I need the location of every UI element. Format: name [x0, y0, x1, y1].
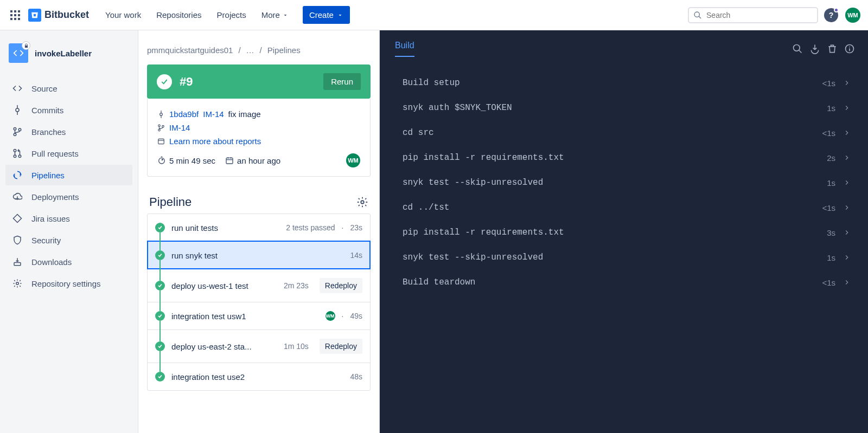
search-field[interactable] — [706, 11, 813, 20]
log-download-button[interactable] — [806, 40, 824, 57]
create-button[interactable]: Create — [303, 6, 350, 24]
repo-name: invokeLabeller — [35, 49, 92, 58]
pipeline-step[interactable]: run snyk test14s — [148, 241, 370, 269]
commit-hash-link[interactable]: 1bda9bf — [169, 109, 199, 119]
step-duration: 1m 10s — [284, 342, 309, 351]
breadcrumb-item[interactable]: pmmquickstartguides01 — [147, 46, 233, 55]
run-card: #9 Rerun — [147, 64, 371, 99]
timestamp-value: an hour ago — [237, 156, 280, 165]
sidebar-item-pipelines[interactable]: Pipelines — [5, 165, 132, 185]
avatar[interactable]: WM — [346, 153, 360, 167]
commit-issue-link[interactable]: IM-14 — [203, 109, 224, 119]
chevron-right-icon — [843, 229, 851, 236]
sidebar-item-jira-issues[interactable]: Jira issues — [5, 208, 132, 229]
log-command: cd ../tst — [403, 203, 822, 212]
nav-your-work[interactable]: Your work — [100, 6, 146, 24]
log-line[interactable]: cd ../tst<1s — [380, 195, 861, 220]
log-line[interactable]: cd src<1s — [380, 120, 861, 145]
chevron-right-icon — [843, 204, 851, 211]
log-duration: 1s — [827, 253, 835, 262]
redeploy-button[interactable]: Redeploy — [320, 278, 362, 293]
search-input[interactable] — [688, 7, 818, 23]
top-navigation: Bitbucket Your work Repositories Project… — [0, 0, 868, 30]
nav-projects[interactable]: Projects — [212, 6, 252, 24]
svg-point-22 — [160, 113, 163, 115]
sidebar-item-downloads[interactable]: Downloads — [5, 251, 132, 272]
svg-rect-20 — [14, 263, 21, 266]
sidebar-item-pull-requests[interactable]: Pull requests — [5, 143, 132, 164]
pipeline-step[interactable]: deploy us-east-2 sta...1m 10sRedeploy — [148, 329, 370, 363]
settings-icon — [12, 279, 23, 288]
log-search-button[interactable] — [789, 40, 806, 57]
log-info-button[interactable] — [841, 40, 858, 57]
pipeline-step[interactable]: integration test usw1WM · 49s — [148, 302, 370, 329]
chevron-right-icon — [843, 154, 851, 161]
log-line[interactable]: snyk test --skip-unresolved1s — [380, 245, 861, 270]
sidebar-item-label: Jira issues — [31, 214, 70, 223]
svg-rect-6 — [10, 18, 12, 20]
chevron-right-icon — [843, 104, 851, 112]
sidebar-item-branches[interactable]: Branches — [5, 121, 132, 142]
pipeline-step[interactable]: deploy us-west-1 test2m 23sRedeploy — [148, 269, 370, 302]
branch-icon — [157, 124, 165, 132]
log-duration: <1s — [822, 128, 835, 138]
profile-button[interactable]: WM — [844, 7, 861, 24]
pipeline-step[interactable]: integration test use248s — [148, 363, 370, 390]
reports-link[interactable]: Learn more about reports — [169, 137, 261, 146]
log-line[interactable]: Build teardown<1s — [380, 270, 861, 295]
pipeline-settings-button[interactable] — [356, 196, 368, 208]
svg-point-37 — [794, 45, 800, 51]
log-line[interactable]: snyk test --skip-unresolved1s — [380, 170, 861, 195]
help-button[interactable]: ? — [822, 7, 840, 24]
log-duration: 1s — [827, 104, 835, 113]
repo-icon — [9, 43, 28, 63]
log-command: pip install -r requirements.txt — [403, 153, 827, 163]
sidebar-item-repository-settings[interactable]: Repository settings — [5, 273, 132, 294]
log-line[interactable]: pip install -r requirements.txt3s — [380, 220, 861, 245]
svg-point-25 — [158, 125, 161, 127]
bitbucket-logo-icon — [28, 9, 41, 22]
search-icon — [693, 10, 702, 20]
report-icon — [157, 138, 165, 145]
log-panel: Build Build setup<1ssnyk auth $SNYK_TOKE… — [380, 30, 868, 433]
log-command: snyk test --skip-unresolved — [403, 178, 827, 188]
step-name: run unit tests — [171, 223, 279, 232]
redeploy-button[interactable]: Redeploy — [320, 339, 362, 354]
nav-more[interactable]: More — [256, 6, 294, 24]
sidebar-item-label: Deployments — [31, 192, 79, 202]
svg-point-19 — [18, 155, 21, 158]
sidebar-item-commits[interactable]: Commits — [5, 100, 132, 120]
log-command: snyk auth $SNYK_TOKEN — [403, 103, 827, 113]
log-duration: <1s — [822, 79, 835, 88]
svg-point-27 — [162, 125, 164, 127]
log-line[interactable]: pip install -r requirements.txt2s — [380, 145, 861, 170]
log-tab-build[interactable]: Build — [395, 41, 414, 57]
rerun-button[interactable]: Rerun — [323, 73, 361, 90]
sidebar-item-source[interactable]: Source — [5, 78, 132, 99]
step-duration: 48s — [350, 372, 362, 381]
svg-point-9 — [694, 11, 699, 16]
bitbucket-logo[interactable]: Bitbucket — [28, 9, 89, 22]
commit-icon — [157, 111, 165, 118]
log-duration: <1s — [822, 203, 835, 212]
branch-link[interactable]: IM-14 — [169, 123, 190, 132]
breadcrumb-item[interactable]: Pipelines — [267, 46, 301, 55]
log-line[interactable]: Build setup<1s — [380, 70, 861, 95]
avatar: WM — [326, 311, 335, 321]
pipeline-step[interactable]: run unit tests2 tests passed · 23s — [148, 214, 370, 241]
repo-header[interactable]: invokeLabeller — [5, 43, 132, 73]
svg-point-26 — [158, 129, 161, 131]
sidebar-item-deployments[interactable]: Deployments — [5, 186, 132, 207]
log-line[interactable]: snyk auth $SNYK_TOKEN1s — [380, 95, 861, 120]
nav-repositories[interactable]: Repositories — [151, 6, 207, 24]
log-delete-button[interactable] — [824, 40, 841, 57]
success-icon — [155, 311, 165, 321]
log-command: pip install -r requirements.txt — [403, 228, 827, 237]
log-command: Build setup — [403, 78, 822, 88]
log-duration: 1s — [827, 178, 835, 188]
search-icon — [792, 43, 803, 54]
appswitcher-icon[interactable] — [7, 7, 24, 24]
breadcrumb-item[interactable]: … — [246, 46, 254, 55]
sidebar-item-security[interactable]: Security — [5, 230, 132, 250]
svg-point-41 — [849, 47, 850, 48]
